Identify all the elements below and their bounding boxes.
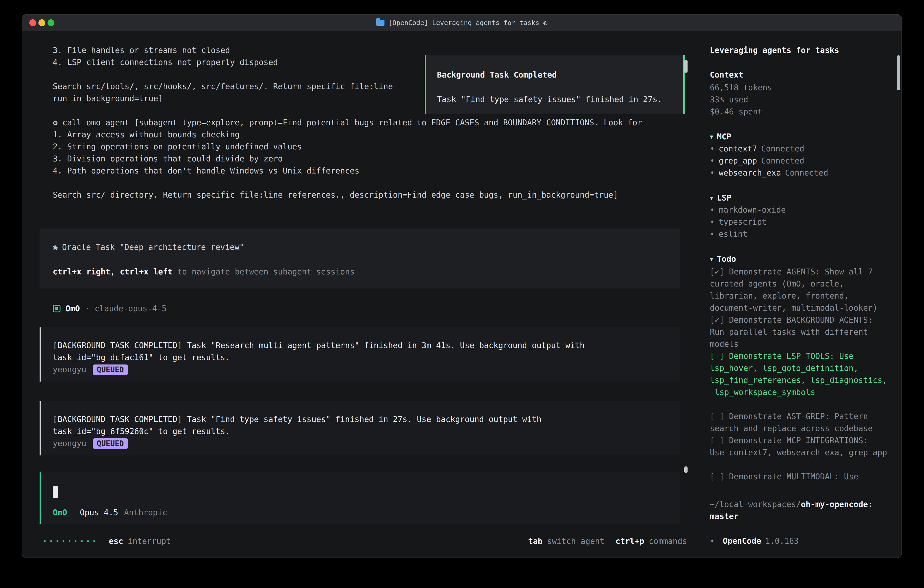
bullet-icon: • xyxy=(710,535,714,547)
lsp-list: • markdown-oxide • typescript • eslint xyxy=(710,204,786,240)
workspace-path-line: ~/local-workspaces/oh-my-opencode: xyxy=(710,499,894,510)
scrollbar-thumb[interactable] xyxy=(684,466,688,473)
scrollbar-thumb[interactable] xyxy=(897,55,900,90)
mcp-list: • context7 Connected • grep_app Connecte… xyxy=(710,143,828,179)
tab-key-hint: tab xyxy=(528,535,543,547)
prompt-input[interactable]: OmO Opus 4.5 Anthropic xyxy=(40,472,680,524)
message-text-line: [BACKGROUND TASK COMPLETED] Task "Find t… xyxy=(53,413,680,425)
zoom-window-button[interactable] xyxy=(48,19,54,26)
todo-item: [ ] Demonstrate AST-GREP: Pattern search… xyxy=(710,410,894,434)
mcp-status: Connected xyxy=(785,167,828,179)
message-author: yeongyu xyxy=(53,363,86,376)
background-task-message: [BACKGROUND TASK COMPLETED] Task "Find t… xyxy=(40,401,680,456)
mcp-name: grep_app xyxy=(719,155,757,167)
chevron-down-icon: ▼ xyxy=(710,253,713,265)
context-stat-line: 66,518 tokens xyxy=(710,82,772,94)
context-stats: 66,518 tokens 33% used $0.46 spent xyxy=(710,82,772,118)
window-title: [OpenCode] Leveraging agents for tasks ◐ xyxy=(376,19,548,26)
lsp-item: • eslint xyxy=(710,228,786,240)
message-list: [BACKGROUND TASK COMPLETED] Task "Resear… xyxy=(40,327,680,475)
chevron-down-icon: ▼ xyxy=(710,131,713,143)
mcp-section-heading[interactable]: ▼ MCP xyxy=(710,131,731,143)
workspace-dir-prefix: ~/local-workspaces/ xyxy=(710,500,801,509)
todo-item: [✓] Demonstrate AGENTS: Show all 7 curat… xyxy=(710,266,894,314)
workspace-repo-name: oh-my-opencode: xyxy=(801,500,873,509)
session-spinner-icon: ◐ xyxy=(543,19,547,26)
minimize-window-button[interactable] xyxy=(38,19,45,26)
record-icon: ◉ xyxy=(53,243,58,252)
esc-key-label: interrupt xyxy=(128,535,171,547)
background-task-message: [BACKGROUND TASK COMPLETED] Task "Resear… xyxy=(40,327,680,382)
context-stat-line: $0.46 spent xyxy=(710,106,772,118)
input-agent-name: OmO xyxy=(53,507,67,519)
lsp-name: typescript xyxy=(719,216,767,228)
oracle-task-panel: ◉Oracle Task "Deep architecture review" … xyxy=(40,228,680,289)
lsp-item: • typescript xyxy=(710,216,786,228)
bullet-icon: • xyxy=(710,167,714,179)
desktop: { "window": { "title": "[OpenCode] Lever… xyxy=(0,0,924,588)
ctrlp-key-label: commands xyxy=(648,535,687,547)
opencode-window: [OpenCode] Leveraging agents for tasks ◐… xyxy=(21,14,902,558)
ctrlp-key-hint: ctrl+p xyxy=(615,535,644,547)
app-version-number: 1.0.163 xyxy=(765,535,799,547)
tab-key-label: switch agent xyxy=(547,535,605,547)
esc-key-hint: esc xyxy=(109,535,123,547)
agent-checkbox-icon xyxy=(53,305,61,312)
window-content: 3. File handles or streams not closed 4.… xyxy=(22,31,901,558)
agent-name: OmO xyxy=(66,304,80,313)
lsp-heading-label: LSP xyxy=(717,192,731,204)
mcp-heading-label: MCP xyxy=(717,131,731,143)
mcp-item: • context7 Connected xyxy=(710,143,828,155)
oracle-task-title-row: ◉Oracle Task "Deep architecture review" xyxy=(53,241,244,253)
window-controls xyxy=(29,15,54,31)
input-provider-name: Anthropic xyxy=(124,507,167,519)
lsp-section-heading[interactable]: ▼ LSP xyxy=(710,192,731,204)
status-right: tab switch agent ctrl+p commands xyxy=(528,535,687,547)
chat-main: 3. File handles or streams not closed 4.… xyxy=(22,31,701,558)
todo-section-heading[interactable]: ▼ Todo xyxy=(710,253,736,265)
activity-dots-icon: ········· xyxy=(43,535,98,547)
lsp-item: • markdown-oxide xyxy=(710,204,786,216)
input-footer: OmO Opus 4.5 Anthropic xyxy=(53,507,167,519)
bullet-icon: • xyxy=(710,204,714,216)
todo-item: [ ] Demonstrate MCP INTEGRATIONS: Use co… xyxy=(710,434,894,459)
todo-heading-label: Todo xyxy=(717,253,736,265)
status-badge: QUEUED xyxy=(93,438,128,449)
titlebar[interactable]: [OpenCode] Leveraging agents for tasks ◐ xyxy=(22,15,901,31)
oracle-task-title: Oracle Task "Deep architecture review" xyxy=(62,243,244,252)
lsp-name: eslint xyxy=(719,228,747,240)
mcp-item: • grep_app Connected xyxy=(710,155,828,167)
workspace-branch: master xyxy=(710,510,894,522)
close-window-button[interactable] xyxy=(29,19,36,26)
agent-model: claude-opus-4-5 xyxy=(94,304,167,313)
bullet-icon: • xyxy=(710,216,714,228)
workspace-path: ~/local-workspaces/oh-my-opencode: maste… xyxy=(710,499,894,522)
agent-header: OmO · claude-opus-4-5 xyxy=(53,302,167,314)
folder-icon xyxy=(376,20,384,26)
message-text-line: [BACKGROUND TASK COMPLETED] Task "Resear… xyxy=(53,339,680,352)
chevron-down-icon: ▼ xyxy=(710,192,713,204)
app-name: OpenCode xyxy=(723,535,761,547)
bullet-icon: • xyxy=(710,155,714,167)
status-badge: QUEUED xyxy=(93,365,128,375)
context-heading: Context xyxy=(710,69,744,81)
message-meta: yeongyu QUEUED xyxy=(53,363,680,376)
separator-dot: · xyxy=(85,304,89,313)
mcp-name: websearch_exa xyxy=(719,167,781,179)
message-text-line: task_id="bg_dcfac161" to get results. xyxy=(53,352,680,363)
input-model-name: Opus 4.5 xyxy=(80,507,118,519)
scrollbar-thumb[interactable] xyxy=(684,59,688,73)
message-text-line: task_id="bg_6f59260c" to get results. xyxy=(53,425,680,438)
window-title-text: [OpenCode] Leveraging agents for tasks xyxy=(389,19,539,26)
hint-text: to navigate between subagent sessions xyxy=(173,267,355,276)
message-author: yeongyu xyxy=(53,438,86,449)
toast-body: Task "Find type safety issues" finished … xyxy=(437,93,662,106)
todo-list: [✓] Demonstrate AGENTS: Show all 7 curat… xyxy=(710,266,894,483)
context-stat-line: 33% used xyxy=(710,94,772,106)
bullet-icon: • xyxy=(710,228,714,240)
mcp-item: • websearch_exa Connected xyxy=(710,167,828,179)
message-meta: yeongyu QUEUED xyxy=(53,438,680,449)
mcp-status: Connected xyxy=(761,155,804,167)
sidebar: Leveraging agents for tasks Context 66,5… xyxy=(701,31,901,558)
bullet-icon: • xyxy=(710,143,714,155)
